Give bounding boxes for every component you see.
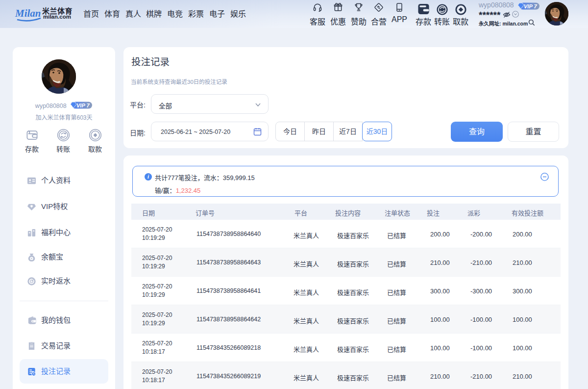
svg-text:VIP 7: VIP 7 [76,103,90,108]
svg-text:VIP 7: VIP 7 [524,3,537,9]
svg-text:Milan: Milan [15,7,41,19]
